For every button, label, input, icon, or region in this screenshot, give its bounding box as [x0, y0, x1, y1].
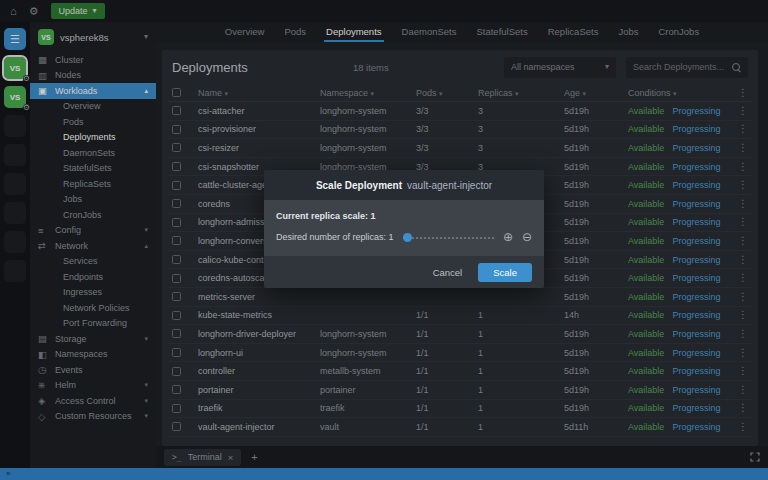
dialog-header: Scale Deployment vault-agent-injector: [264, 170, 544, 200]
dialog-footer: Cancel Scale: [264, 256, 544, 288]
dialog-title: Scale Deployment: [316, 180, 402, 191]
scale-deployment-dialog: Scale Deployment vault-agent-injector Cu…: [264, 170, 544, 288]
app-window: ⌂ ⚙ Update ▾ ☰ VS⚙VS⚙ VS vspherek8s ▾ ▦C…: [0, 0, 768, 480]
desired-replicas-row: Desired number of replicas: 1 ⊕ ⊖: [276, 231, 532, 243]
replica-slider[interactable]: [403, 237, 494, 241]
scale-button[interactable]: Scale: [478, 263, 532, 282]
increase-replicas-button[interactable]: ⊕: [503, 231, 513, 243]
slider-thumb[interactable]: [403, 233, 412, 242]
dialog-body: Current replica scale: 1 Desired number …: [264, 200, 544, 256]
current-replica-scale: Current replica scale: 1: [276, 211, 532, 221]
cancel-button[interactable]: Cancel: [433, 267, 463, 278]
dialog-subject: vault-agent-injector: [407, 180, 492, 191]
decrease-replicas-button[interactable]: ⊖: [522, 231, 532, 243]
desired-replicas-label: Desired number of replicas: 1: [276, 232, 394, 242]
